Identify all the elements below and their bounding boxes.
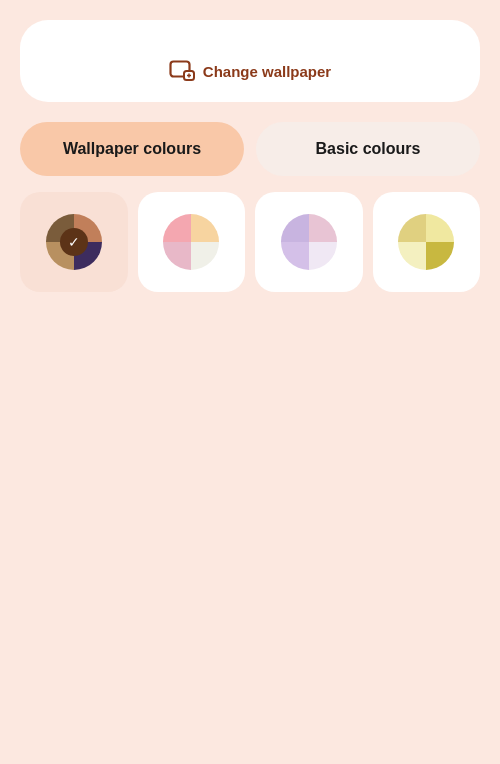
swatch-card-2[interactable] (138, 192, 246, 292)
swatch-card-4[interactable] (373, 192, 481, 292)
tabs-row: Wallpaper colours Basic colours (20, 122, 480, 176)
change-wallpaper-button[interactable]: Change wallpaper (161, 56, 339, 86)
swatch-pie-4 (394, 210, 458, 274)
swatch-card-1[interactable]: ✓ (20, 192, 128, 292)
change-wallpaper-label: Change wallpaper (203, 63, 331, 80)
preview-card: Mon, 25 Oct 05 50 ▲ Android (20, 20, 480, 102)
tab-basic-colours[interactable]: Basic colours (256, 122, 480, 176)
swatch-card-3[interactable] (255, 192, 363, 292)
tab-wallpaper-colours[interactable]: Wallpaper colours (20, 122, 244, 176)
swatch-pie-2 (159, 210, 223, 274)
swatch-pie-3 (277, 210, 341, 274)
selected-check: ✓ (60, 228, 88, 256)
swatches-row: ✓ (20, 192, 480, 292)
wallpaper-change-icon (169, 60, 195, 82)
